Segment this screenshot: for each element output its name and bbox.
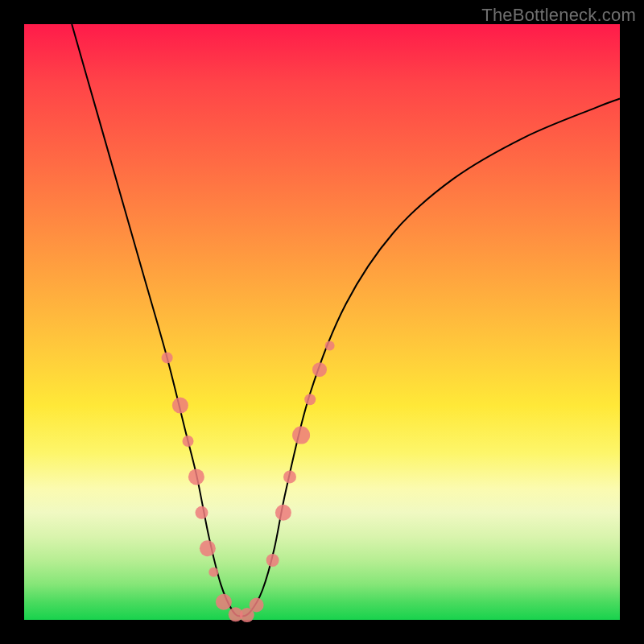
data-marker xyxy=(188,469,204,485)
data-marker xyxy=(216,594,232,610)
data-marker xyxy=(208,568,218,577)
plot-area xyxy=(24,24,620,620)
data-marker xyxy=(196,506,208,519)
data-marker xyxy=(250,598,264,613)
data-marker xyxy=(292,427,310,444)
watermark-text: TheBottleneck.com xyxy=(481,5,636,26)
data-marker xyxy=(266,554,279,567)
data-marker xyxy=(172,398,188,414)
bottleneck-curve xyxy=(72,24,620,617)
data-marker xyxy=(162,352,173,363)
curve-overlay xyxy=(24,24,620,620)
data-marker xyxy=(283,470,296,483)
data-marker xyxy=(304,394,316,405)
marker-layer xyxy=(162,341,335,622)
data-marker xyxy=(312,362,327,377)
data-marker xyxy=(200,540,216,556)
data-marker xyxy=(325,341,335,351)
data-marker xyxy=(275,505,291,521)
chart-frame: TheBottleneck.com xyxy=(0,0,644,644)
data-marker xyxy=(183,436,194,447)
